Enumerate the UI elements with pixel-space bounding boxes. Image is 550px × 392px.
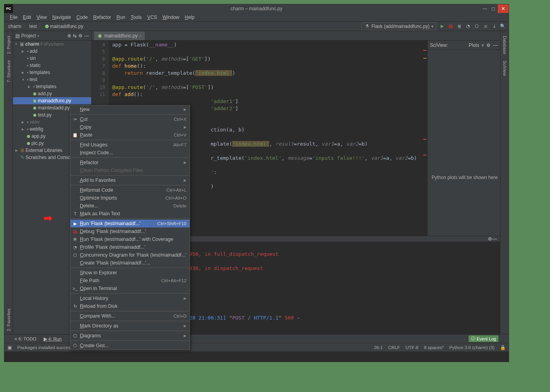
error-stripe[interactable] [423,41,427,236]
dropdown-icon[interactable]: ▾ [482,43,484,48]
profile-icon[interactable]: ◔ [465,24,471,29]
menu-edit[interactable]: Edit [20,14,33,21]
ctx-item[interactable]: ◔Profile 'Flask (test/mainaddf...' [70,243,190,251]
ctx-item[interactable]: Inspect Code... [70,149,190,157]
ctx-item[interactable]: Delete...Delete [70,202,190,210]
stop-icon[interactable]: ◼ [483,24,488,29]
encoding[interactable]: UTF-8 [406,345,419,350]
ctx-item[interactable]: ⬡Concurrency Diagram for 'Flask (test/ma… [70,251,190,259]
tree-item[interactable]: ▶▪ add [13,48,91,55]
context-menu[interactable]: New▶✂CutCtrl+XCopy▶📋PasteCtrl+VFind Usag… [70,105,190,350]
tree-item[interactable]: ▪ static [13,62,91,69]
close-button[interactable]: ✕ [498,4,509,13]
tree-item[interactable]: ▪ sin [13,55,91,62]
concurrency-icon[interactable]: ⬡ [474,24,480,29]
left-tool-gutter: 1: Project 7: Structure 2: Favorites [4,31,13,334]
database-toolwindow-button[interactable]: Database [502,33,507,57]
search-icon[interactable]: 🔍 [500,24,506,29]
close-tab-icon[interactable]: × [139,33,142,38]
menu-navigate[interactable]: Navigate [50,14,73,21]
ctx-item[interactable]: Add to Favorites▶ [70,176,190,184]
tree-item[interactable]: ⬣ add.py [13,90,91,97]
pycharm-window: PC charm – mainaddfunc.py — ◻ ✕ FileEdit… [4,4,509,362]
indent[interactable]: 8 spaces* [424,345,444,350]
debug-icon[interactable]: 🐞 [448,24,454,29]
ctx-item[interactable]: TMark as Plain Text [70,210,190,218]
hide-icon[interactable]: — [84,33,89,39]
menu-refactor[interactable]: Refactor [91,14,113,21]
gear-icon[interactable]: ⚙ [78,33,83,39]
ctx-item[interactable]: 📋PasteCtrl+V [70,131,190,139]
panel-title[interactable]: Project [21,33,36,39]
tree-item[interactable]: ▼▪ test [13,76,91,83]
maximize-button[interactable]: ◻ [489,4,498,13]
ctx-item[interactable]: >_Open in Terminal [70,285,190,292]
run-config-dropdown[interactable]: ⚗Flask (add/mainaddfunc.py)▾ [362,22,436,30]
menu-file[interactable]: File [7,14,20,21]
tree-item[interactable]: ⬣ mainaddfunc.py [13,97,91,104]
sciview-toolwindow-button[interactable]: SciView [502,57,507,79]
hide-icon[interactable]: — [492,236,497,242]
sciview-panel: SciView: Plots ▾ ⚙ — [427,41,500,236]
coverage-icon[interactable]: ⛨ [457,24,462,29]
plots-tab[interactable]: Plots [469,43,479,48]
locate-icon[interactable]: ⊕ [67,33,71,39]
menu-tools[interactable]: Tools [128,14,144,21]
ctx-item[interactable]: New▶ [70,105,190,113]
breadcrumb[interactable]: test [28,24,37,29]
vcs-icon[interactable]: ⤓ [491,24,497,29]
interpreter[interactable]: Python 3.8 (charm) (3) [449,345,495,350]
menu-vcs[interactable]: VCS [145,14,159,21]
project-toolwindow-button[interactable]: 1: Project [6,33,11,57]
ctx-item[interactable]: ⬡Diagrams▶ [70,332,190,340]
menu-run[interactable]: Run [114,14,127,21]
ctx-item[interactable]: Optimize ImportsCtrl+Alt+O [70,194,190,202]
menubar[interactable]: FileEditViewNavigateCodeRefactorRunTools… [4,13,509,22]
breadcrumb[interactable]: ⬣ mainaddfunc.py [44,24,84,29]
breadcrumb[interactable]: charm [7,24,22,29]
hide-icon[interactable]: — [493,43,498,48]
menu-code[interactable]: Code [74,14,90,21]
minimize-button[interactable]: — [480,4,489,13]
ctx-item[interactable]: File PathCtrl+Alt+F12 [70,277,190,285]
toolwindow-button[interactable]: ▶ 4: Run [44,336,62,342]
tree-item[interactable]: ▶▪ templates [13,83,91,90]
ctx-item[interactable]: ▶Run 'Flask (test/mainaddf...'Ctrl+Shift… [70,220,190,227]
ctx-item[interactable]: Compare With...Ctrl+D [70,312,190,320]
menu-view[interactable]: View [34,14,49,21]
toolwindow-button[interactable]: ≡ 6: TODO [15,337,37,341]
collapse-icon[interactable]: ⇆ [73,33,77,39]
tree-item[interactable]: ▶▪ templates [13,69,91,76]
cursor-position[interactable]: 26:1 [374,345,382,350]
ctx-item[interactable]: Reformat CodeCtrl+Alt+L [70,186,190,194]
structure-toolwindow-button[interactable]: 7: Structure [6,57,11,86]
ctx-item[interactable]: Create 'Flask (test/mainaddf...'... [70,259,190,267]
ctx-item[interactable]: Local History▶ [70,294,190,302]
ctx-item[interactable]: Mark Directory as▶ [70,322,190,330]
favorites-toolwindow-button[interactable]: 2: Favorites [6,305,11,334]
annotation-arrow: ➡ [44,212,52,224]
editor-tab[interactable]: ⬣ mainaddfunc.py × [94,31,145,40]
line-separator[interactable]: CRLF [388,345,400,350]
ctx-item[interactable]: Find UsagesAlt+F7 [70,141,190,149]
window-title: charm – mainaddfunc.py [231,6,282,11]
right-tool-gutter: Database SciView [500,31,509,334]
ctx-item[interactable]: ↻Reload from Disk [70,302,190,310]
ctx-item[interactable]: ✂CutCtrl+X [70,115,190,123]
ctx-item[interactable]: 🐞Debug 'Flask (test/mainaddf...' [70,227,190,235]
python-icon: ⬣ [97,33,103,39]
ctx-item[interactable]: ⎔Create Gist... [70,342,190,349]
quick-access-icon[interactable]: ▣ [7,345,12,350]
ctx-item[interactable]: Copy▶ [70,123,190,131]
menu-help[interactable]: Help [183,14,197,21]
run-icon[interactable]: ▶ [439,24,445,29]
ctx-item[interactable]: Clean Python Compiled Files [70,166,190,174]
ctx-item[interactable]: Show in Explorer [70,269,190,277]
gear-icon[interactable]: ⚙ [486,43,491,48]
ctx-item[interactable]: ⛨Run 'Flask (test/mainaddf...' with Cove… [70,235,190,243]
gear-icon[interactable]: ⚙ [488,236,492,242]
project-root[interactable]: ▼▣ charm F:\Py\charm [13,41,91,48]
lock-icon[interactable]: 🔒 [500,345,506,350]
ctx-item[interactable]: Refactor▶ [70,159,190,166]
menu-window[interactable]: Window [160,14,182,21]
